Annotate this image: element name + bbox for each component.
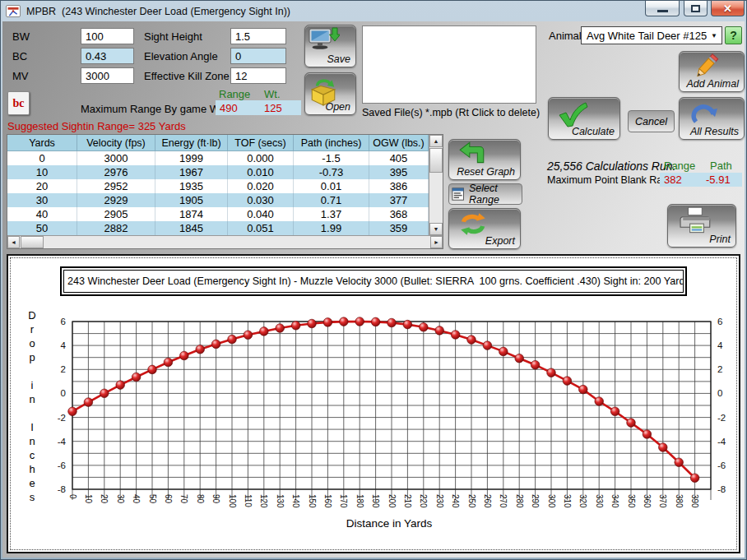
svg-text:6: 6 bbox=[717, 317, 722, 326]
table-cell: 1.99 bbox=[294, 221, 369, 235]
svg-text:40: 40 bbox=[132, 494, 141, 504]
sight-height-label: Sight Height bbox=[144, 30, 202, 43]
elevation-angle-input[interactable] bbox=[230, 48, 286, 64]
table-cell: 1845 bbox=[155, 221, 228, 235]
calculate-button[interactable]: Calculate bbox=[548, 97, 620, 140]
print-button[interactable]: Print bbox=[667, 204, 736, 248]
column-header: Yards bbox=[7, 135, 77, 150]
svg-text:200: 200 bbox=[387, 494, 397, 508]
animal-help-button[interactable]: ? bbox=[725, 26, 742, 44]
svg-text:320: 320 bbox=[578, 494, 587, 508]
app-window: MPBR (243 Winchester Deer Load (Emergenc… bbox=[0, 0, 747, 560]
maximize-icon bbox=[691, 5, 700, 12]
svg-text:180: 180 bbox=[355, 494, 364, 508]
column-header: Velocity (fps) bbox=[77, 135, 155, 150]
cancel-button[interactable]: Cancel bbox=[628, 110, 675, 132]
svg-text:4: 4 bbox=[717, 340, 723, 350]
svg-text:140: 140 bbox=[291, 494, 300, 508]
table-vertical-scrollbar[interactable]: ▲ ▼ bbox=[429, 135, 443, 235]
scroll-right-button[interactable]: ► bbox=[430, 236, 443, 248]
column-header: Path (inches) bbox=[294, 135, 369, 150]
svg-text:6: 6 bbox=[61, 317, 66, 326]
svg-text:-8: -8 bbox=[717, 484, 726, 494]
open-button[interactable]: Open bbox=[304, 72, 356, 115]
window-close-button[interactable]: ✕ bbox=[711, 1, 745, 16]
table-header-row: YardsVelocity (fps)Energy (ft·lb)TOF (se… bbox=[7, 135, 429, 151]
scroll-up-button[interactable]: ▲ bbox=[429, 135, 443, 147]
svg-text:2: 2 bbox=[61, 364, 66, 374]
chevron-down-icon: ▼ bbox=[711, 32, 717, 39]
table-row[interactable]: 50288218450.0511.99359 bbox=[7, 221, 429, 235]
svg-text:270: 270 bbox=[499, 494, 508, 508]
save-icon bbox=[309, 27, 340, 56]
svg-text:-6: -6 bbox=[717, 460, 726, 470]
svg-text:360: 360 bbox=[643, 494, 652, 508]
svg-text:0: 0 bbox=[717, 388, 722, 398]
table-row[interactable]: 20295219350.0200.01386 bbox=[7, 179, 429, 193]
svg-text:250: 250 bbox=[467, 494, 476, 508]
bw-input[interactable] bbox=[81, 28, 134, 44]
window-maximize-button[interactable] bbox=[684, 1, 708, 16]
column-header: OGW (lbs.) bbox=[369, 135, 429, 150]
stats-path-header: Path bbox=[710, 160, 732, 172]
max-range-wt-header: Wt. bbox=[264, 88, 281, 100]
saved-files-listbox[interactable] bbox=[362, 25, 536, 104]
svg-text:290: 290 bbox=[531, 494, 540, 508]
mv-input[interactable] bbox=[81, 67, 134, 84]
select-range-button[interactable]: Select Range bbox=[448, 183, 522, 205]
animal-dropdown[interactable]: Avg White Tail Deer #125 ▼ bbox=[581, 26, 722, 44]
ballistics-table: YardsVelocity (fps)Energy (ft·lb)TOF (se… bbox=[7, 134, 443, 249]
table-cell: 2905 bbox=[77, 207, 155, 221]
window-minimize-button[interactable] bbox=[645, 1, 680, 16]
table-row[interactable]: 40290518740.0401.37368 bbox=[7, 207, 429, 221]
svg-text:210: 210 bbox=[403, 494, 412, 508]
table-cell: 2929 bbox=[77, 193, 155, 207]
table-body: 0300019990.000-1.540510297619670.010-0.7… bbox=[7, 151, 429, 235]
table-cell: 0.040 bbox=[228, 207, 294, 221]
horizontal-scroll-thumb[interactable] bbox=[21, 236, 44, 248]
svg-text:380: 380 bbox=[675, 494, 684, 508]
table-cell: 3000 bbox=[77, 151, 155, 165]
save-button[interactable]: Save bbox=[304, 25, 356, 67]
table-row[interactable]: 0300019990.000-1.5405 bbox=[7, 151, 429, 165]
export-arrows-icon bbox=[457, 211, 489, 240]
svg-text:280: 280 bbox=[515, 494, 524, 508]
svg-text:20: 20 bbox=[100, 494, 109, 504]
table-row[interactable]: 30292919050.0300.71377 bbox=[7, 193, 429, 207]
x-axis-title: Distance in Yards bbox=[8, 517, 739, 530]
table-cell: 1905 bbox=[155, 193, 228, 207]
svg-text:2: 2 bbox=[717, 364, 722, 374]
bc-logo-text: bc bbox=[13, 97, 25, 110]
table-horizontal-scrollbar[interactable]: ◄ ► bbox=[7, 235, 443, 248]
trajectory-chart-panel: 243 Winchester Deer Load (Emergency Sigh… bbox=[7, 254, 740, 553]
table-cell: 0.010 bbox=[228, 165, 294, 179]
svg-text:0: 0 bbox=[61, 388, 66, 398]
export-button[interactable]: Export bbox=[448, 208, 521, 249]
svg-text:130: 130 bbox=[276, 494, 285, 508]
svg-text:390: 390 bbox=[690, 494, 699, 508]
scroll-down-button[interactable]: ▼ bbox=[429, 223, 443, 235]
svg-text:120: 120 bbox=[259, 494, 268, 508]
svg-text:-8: -8 bbox=[58, 484, 66, 494]
add-animal-button[interactable]: Add Animal bbox=[679, 51, 745, 92]
all-results-button[interactable]: All Results bbox=[679, 97, 745, 140]
bc-lookup-button[interactable]: bc bbox=[7, 91, 30, 115]
svg-text:0: 0 bbox=[68, 494, 77, 499]
table-cell: 0.01 bbox=[294, 179, 369, 193]
table-cell: 386 bbox=[369, 179, 429, 193]
table-cell: 0.051 bbox=[228, 221, 294, 235]
vertical-scroll-thumb[interactable] bbox=[429, 148, 443, 173]
reset-graph-button[interactable]: Reset Graph bbox=[448, 139, 521, 180]
effective-kill-zone-input[interactable] bbox=[230, 67, 286, 84]
svg-text:-6: -6 bbox=[58, 460, 66, 470]
sight-height-input[interactable] bbox=[230, 28, 286, 44]
svg-text:190: 190 bbox=[371, 494, 380, 508]
bc-input[interactable] bbox=[81, 48, 134, 64]
table-cell: 50 bbox=[7, 221, 77, 235]
table-cell: 0.030 bbox=[228, 193, 294, 207]
svg-text:220: 220 bbox=[419, 494, 428, 508]
scroll-left-button[interactable]: ◄ bbox=[7, 236, 20, 248]
table-row[interactable]: 10297619670.010-0.73395 bbox=[7, 165, 429, 179]
svg-text:240: 240 bbox=[451, 494, 460, 508]
svg-text:330: 330 bbox=[595, 494, 604, 508]
